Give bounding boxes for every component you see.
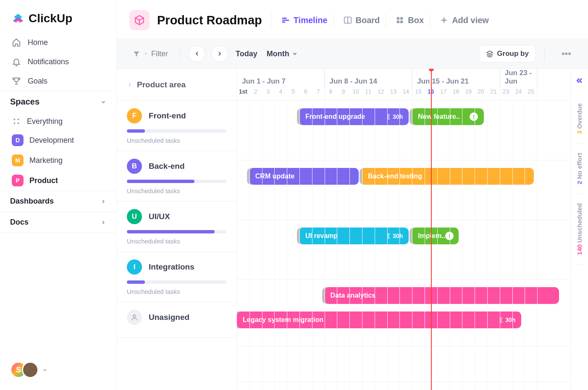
- svg-point-1: [18, 118, 19, 120]
- day-header: 23: [500, 88, 512, 100]
- more-button[interactable]: •••: [557, 46, 575, 62]
- range-label: Month: [267, 50, 289, 58]
- timeline[interactable]: Jun 1 - Jun 7Jun 8 - Jun 14Jun 15 - Jun …: [237, 69, 570, 390]
- day-header: 4: [274, 88, 287, 100]
- sidebar-item-development[interactable]: DDevelopment: [0, 130, 116, 150]
- page-title: Product Roadmap: [157, 13, 262, 27]
- task-label: CRM update: [255, 173, 294, 180]
- dashboards-header[interactable]: Dashboards: [0, 191, 116, 212]
- day-header: 19: [462, 88, 475, 100]
- next-button[interactable]: [211, 45, 228, 62]
- range-select[interactable]: Month: [265, 50, 299, 58]
- task-bar[interactable]: New feature..!: [412, 108, 484, 125]
- task-label: Front-end upgrade: [305, 113, 365, 120]
- group-front-end[interactable]: FFront-end Unscheduled tasks: [117, 101, 236, 151]
- sidebar-item-product[interactable]: PProduct: [0, 170, 116, 191]
- day-header: 13: [387, 88, 400, 100]
- sidebar-item-everything[interactable]: Everything: [0, 113, 116, 130]
- day-header: 10: [349, 88, 362, 100]
- rail-overdue[interactable]: 3 Overdue: [576, 94, 583, 144]
- task-label: Legacy system migration: [243, 316, 323, 324]
- group-name: Unasigned: [149, 313, 189, 322]
- filter-icon: [133, 50, 140, 58]
- space-badge[interactable]: [129, 10, 150, 30]
- docs-header[interactable]: Docs: [0, 212, 116, 233]
- nav-goals[interactable]: Goals: [0, 71, 116, 91]
- grid-dots-icon: [12, 117, 21, 126]
- svg-point-9: [133, 315, 136, 317]
- day-header: 3: [262, 88, 275, 100]
- today-button[interactable]: Today: [234, 50, 259, 58]
- chevron-down-icon: [42, 367, 48, 373]
- week-header: Jun 1 - Jun 7: [237, 69, 325, 88]
- rail-unscheduled[interactable]: 140 Unscheduled: [576, 194, 583, 264]
- day-header: 20: [475, 88, 487, 100]
- task-bar[interactable]: Data analytics: [325, 287, 559, 304]
- group-avatar: U: [127, 209, 142, 224]
- chevron-left-icon: [194, 50, 200, 57]
- view-tab-label: Add view: [452, 16, 489, 25]
- view-tab-box[interactable]: Box: [386, 13, 428, 28]
- main-area: Product Roadmap TimelineBoardBoxAdd view…: [117, 0, 588, 390]
- collapse-rail-button[interactable]: [575, 73, 584, 94]
- timeline-header: Jun 1 - Jun 7Jun 8 - Jun 14Jun 15 - Jun …: [237, 69, 570, 101]
- spaces-header[interactable]: Spaces: [0, 91, 116, 113]
- task-label: Back-end testing: [368, 173, 422, 180]
- docs-label: Docs: [10, 218, 29, 227]
- day-header: 6: [299, 88, 312, 100]
- group-name: UI/UX: [149, 212, 170, 221]
- nav-notifications[interactable]: Notifications: [0, 52, 116, 71]
- progress-bar: [127, 230, 226, 233]
- day-header: 21: [487, 88, 500, 100]
- task-bar[interactable]: UI revamp30h: [299, 228, 409, 244]
- chevron-down-icon: [292, 51, 298, 57]
- nav-home[interactable]: Home: [0, 33, 116, 52]
- group-avatar: B: [127, 159, 142, 174]
- brand-logo[interactable]: ClickUp: [0, 0, 116, 33]
- group-name: Back-end: [149, 162, 185, 171]
- day-header: 1st: [237, 88, 249, 100]
- rail-label: Overdue: [576, 103, 583, 129]
- task-bar[interactable]: Legacy system migration30h: [237, 311, 521, 328]
- task-bar[interactable]: Front-end upgrade30h: [299, 108, 409, 125]
- chevron-right-icon: [216, 50, 223, 57]
- week-header: Jun 8 - Jun 14: [325, 69, 412, 88]
- labels-column-header[interactable]: Product area: [117, 69, 236, 101]
- rail-no-effort[interactable]: 2 No effort: [576, 144, 583, 194]
- unscheduled-label: Unscheduled tasks: [127, 137, 226, 144]
- rail-count: 3: [576, 131, 583, 134]
- prev-button[interactable]: [189, 45, 205, 62]
- today-line: [431, 69, 432, 390]
- view-tab-timeline[interactable]: Timeline: [271, 13, 332, 28]
- task-bar[interactable]: Back-end testing: [362, 168, 534, 185]
- sidebar-item-marketing[interactable]: MMarketing: [0, 150, 116, 170]
- task-bar[interactable]: CRM update: [249, 168, 359, 185]
- view-tab-board[interactable]: Board: [333, 13, 384, 28]
- svg-rect-6: [400, 17, 403, 20]
- day-header: 17: [437, 88, 450, 100]
- space-letter-badge: D: [12, 134, 24, 146]
- group-integrations[interactable]: IIntegrations Unscheduled tasks: [117, 252, 236, 302]
- hourglass-icon: 30h: [498, 317, 515, 323]
- group-unasigned[interactable]: Unasigned: [117, 302, 236, 338]
- group-back-end[interactable]: BBack-end Unscheduled tasks: [117, 151, 236, 202]
- view-tab-label: Timeline: [294, 16, 328, 25]
- task-bar[interactable]: Implem..!: [412, 228, 459, 244]
- svg-point-0: [13, 118, 15, 120]
- group-avatar: F: [127, 108, 142, 123]
- day-header: 18: [450, 88, 462, 100]
- filter-button[interactable]: Filter: [129, 47, 171, 61]
- user-avatar-area[interactable]: S: [0, 361, 116, 390]
- svg-rect-5: [397, 17, 399, 20]
- group-ui-ux[interactable]: UUI/UX Unscheduled tasks: [117, 202, 236, 252]
- rail-label: No effort: [576, 153, 583, 179]
- plus-icon: [439, 16, 449, 25]
- toolbar: Filter Today Month Group by •••: [117, 39, 588, 69]
- group-by-button[interactable]: Group by: [479, 45, 536, 63]
- add-view-button[interactable]: Add view: [430, 13, 493, 28]
- group-by-label: Group by: [497, 50, 529, 58]
- svg-rect-7: [397, 21, 399, 23]
- space-label: Marketing: [29, 156, 63, 165]
- sidebar: ClickUp Home Notifications Goals Spaces …: [0, 0, 117, 390]
- nav-goals-label: Goals: [28, 77, 47, 86]
